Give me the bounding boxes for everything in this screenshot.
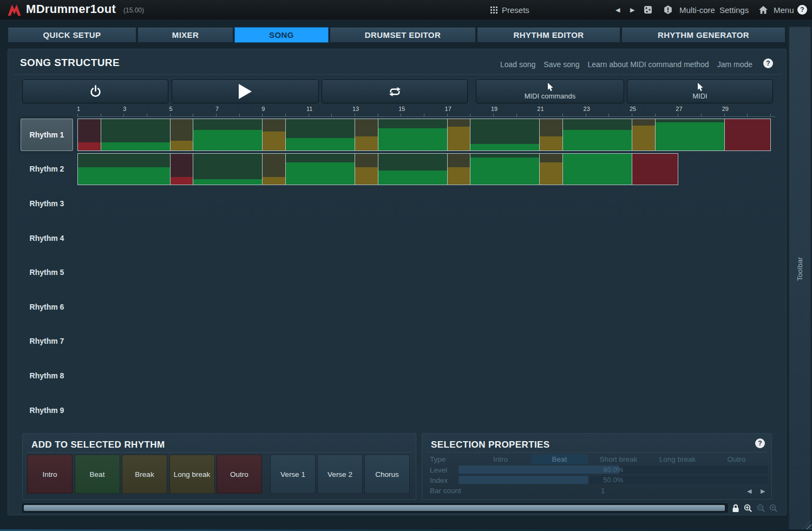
zoom-out-icon[interactable] bbox=[757, 504, 765, 513]
index-slider[interactable]: 50.0% bbox=[459, 476, 768, 484]
loop-button[interactable] bbox=[322, 80, 468, 103]
rhythm-label-7[interactable]: Rhythm 7 bbox=[21, 325, 73, 358]
type-option-intro[interactable]: Intro bbox=[472, 454, 529, 464]
segment-level-fill bbox=[286, 162, 355, 185]
segment-level-fill bbox=[725, 119, 770, 150]
type-option-beat[interactable]: Beat bbox=[531, 454, 588, 464]
segment-level-fill bbox=[78, 167, 170, 185]
song-segment-break[interactable] bbox=[262, 153, 286, 186]
tab-drumset-editor[interactable]: DRUMSET EDITOR bbox=[330, 27, 476, 43]
song-segment-outro[interactable] bbox=[724, 119, 771, 151]
segment-level-fill bbox=[470, 158, 539, 185]
segment-level-fill bbox=[263, 132, 285, 150]
song-segment-beat[interactable] bbox=[77, 153, 171, 186]
app-version: (15.00) bbox=[123, 6, 144, 14]
power-button[interactable] bbox=[22, 80, 168, 103]
type-option-outro[interactable]: Outro bbox=[708, 454, 765, 464]
song-segment-beat[interactable] bbox=[562, 153, 632, 186]
toolbar-handle[interactable]: Toolbar bbox=[789, 27, 810, 530]
link-jam-mode[interactable]: Jam mode bbox=[717, 60, 752, 69]
multicore-menu[interactable]: Multi-core bbox=[679, 0, 715, 19]
song-segment-break[interactable] bbox=[539, 153, 563, 186]
type-option-short-break[interactable]: Short break bbox=[590, 454, 647, 464]
song-segment-break[interactable] bbox=[539, 119, 563, 151]
song-segment-beat[interactable] bbox=[285, 153, 355, 186]
song-segment-intro[interactable] bbox=[77, 119, 101, 151]
song-segment-beat[interactable] bbox=[193, 153, 263, 186]
type-option-long-break[interactable]: Long break bbox=[649, 454, 706, 464]
tab-song[interactable]: SONG bbox=[234, 27, 329, 43]
song-segment-outro[interactable] bbox=[632, 153, 678, 186]
tab-rhythm-generator[interactable]: RHYTHM GENERATOR bbox=[621, 27, 785, 43]
song-segment-beat[interactable] bbox=[285, 119, 355, 151]
add-verse-2-button[interactable]: Verse 2 bbox=[317, 455, 363, 494]
selection-properties-help-button[interactable]: ? bbox=[755, 438, 765, 448]
song-segment-break[interactable] bbox=[262, 119, 286, 151]
song-structure-help-button[interactable]: ? bbox=[763, 58, 773, 68]
preset-prev-button[interactable]: ◀ bbox=[615, 0, 620, 19]
ruler-number: 19 bbox=[491, 106, 497, 112]
midi-commands-button[interactable]: MIDI commands bbox=[476, 80, 624, 103]
add-verse-1-button[interactable]: Verse 1 bbox=[270, 455, 316, 494]
rhythm-label-3[interactable]: Rhythm 3 bbox=[21, 187, 73, 220]
rhythm-label-9[interactable]: Rhythm 9 bbox=[21, 394, 73, 427]
song-segment-intro[interactable] bbox=[170, 153, 194, 186]
segment-level-fill bbox=[563, 154, 632, 185]
zoom-in-icon[interactable] bbox=[744, 504, 752, 513]
presets-button[interactable]: Presets bbox=[490, 0, 529, 19]
rhythm-label-4[interactable]: Rhythm 4 bbox=[21, 222, 73, 254]
settings-menu[interactable]: Settings bbox=[719, 0, 749, 19]
timeline-scrollbar[interactable] bbox=[22, 503, 728, 513]
home-button[interactable] bbox=[759, 0, 768, 19]
song-segment-beat[interactable] bbox=[470, 153, 540, 186]
tab-mixer[interactable]: MIXER bbox=[137, 27, 233, 43]
rhythm-label-8[interactable]: Rhythm 8 bbox=[21, 359, 73, 392]
song-segment-beat[interactable] bbox=[101, 119, 171, 151]
song-segment-beat[interactable] bbox=[470, 119, 540, 151]
menu-button[interactable]: Menu bbox=[774, 0, 794, 19]
bar-count-next-button[interactable]: ▶ bbox=[761, 488, 765, 495]
add-chorus-button[interactable]: Chorus bbox=[364, 455, 410, 494]
song-segment-break[interactable] bbox=[447, 153, 471, 186]
notifications-button[interactable] bbox=[664, 0, 672, 19]
song-segment-beat[interactable] bbox=[562, 119, 632, 151]
add-outro-button[interactable]: Outro bbox=[217, 455, 262, 494]
rhythm-label-5[interactable]: Rhythm 5 bbox=[21, 256, 73, 289]
preset-next-button[interactable]: ▶ bbox=[630, 0, 634, 19]
tab-quick-setup[interactable]: QUICK SETUP bbox=[8, 27, 136, 43]
midi-button[interactable]: MIDI bbox=[627, 80, 773, 103]
segment-level-fill bbox=[448, 127, 470, 150]
tab-rhythm-editor[interactable]: RHYTHM EDITOR bbox=[477, 27, 620, 43]
lock-icon[interactable] bbox=[732, 504, 739, 513]
song-segment-break[interactable] bbox=[355, 153, 378, 186]
titlebar-help-button[interactable]: ? bbox=[797, 0, 807, 19]
song-segment-beat[interactable] bbox=[378, 153, 448, 186]
rhythm-label-6[interactable]: Rhythm 6 bbox=[21, 291, 73, 323]
segment-level-fill bbox=[286, 138, 355, 150]
play-button[interactable] bbox=[172, 80, 319, 103]
random-preset-button[interactable] bbox=[644, 0, 652, 19]
level-slider[interactable]: 80.0% bbox=[459, 466, 768, 474]
song-segment-beat[interactable] bbox=[193, 119, 263, 151]
zoom-fit-icon[interactable] bbox=[769, 504, 778, 513]
add-long-break-button[interactable]: Long break bbox=[169, 455, 215, 494]
song-segment-beat[interactable] bbox=[378, 119, 448, 151]
song-structure-title: SONG STRUCTURE bbox=[20, 57, 120, 69]
add-intro-button[interactable]: Intro bbox=[27, 455, 73, 494]
melda-logo-icon bbox=[7, 3, 22, 16]
scrollbar-thumb[interactable] bbox=[24, 505, 725, 511]
bar-count-prev-button[interactable]: ◀ bbox=[747, 488, 751, 495]
song-segment-break[interactable] bbox=[170, 119, 194, 151]
song-segment-break[interactable] bbox=[632, 119, 656, 151]
song-segment-beat[interactable] bbox=[655, 119, 725, 151]
add-break-button[interactable]: Break bbox=[122, 455, 167, 494]
song-segment-break[interactable] bbox=[355, 119, 378, 151]
rhythm-label-1[interactable]: Rhythm 1 bbox=[21, 119, 73, 151]
song-segment-break[interactable] bbox=[447, 119, 471, 151]
link-load-song[interactable]: Load song bbox=[500, 60, 535, 69]
add-beat-button[interactable]: Beat bbox=[75, 455, 120, 494]
rhythm-label-2[interactable]: Rhythm 2 bbox=[21, 153, 73, 186]
link-save-song[interactable]: Save song bbox=[543, 60, 579, 69]
link-learn-about-midi-command-method[interactable]: Learn about MIDI command method bbox=[588, 60, 709, 69]
segment-level-fill bbox=[378, 171, 447, 185]
